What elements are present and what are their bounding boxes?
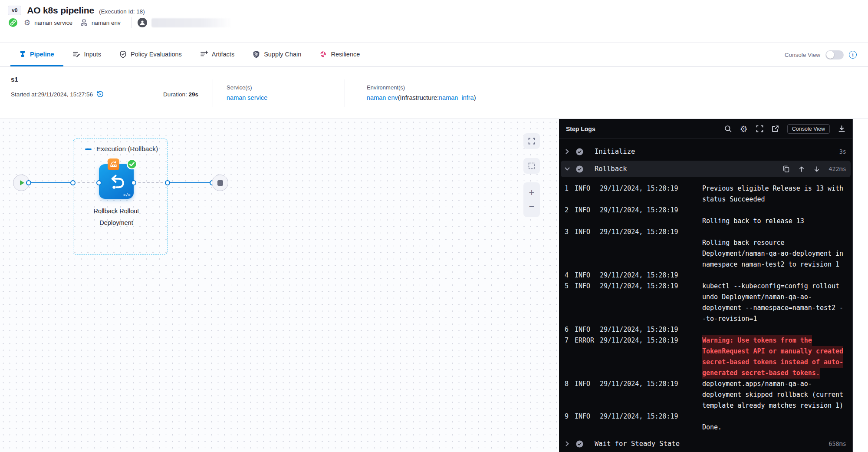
log-timestamp [600,259,696,270]
stage-name: s1 [11,76,18,83]
log-line-number [562,303,569,313]
step-logs-panel: Step Logs ⚙ Console View [559,119,853,452]
log-section-wait-for-steady-state[interactable]: Wait for Steady State 658ms [559,436,852,452]
log-line: 7 ERROR 29/11/2024, 15:28:19 Warning: Us… [559,335,852,346]
infra-suffix: ) [474,94,476,101]
rollback-step-node[interactable]: </> [99,164,134,199]
log-timestamp: 29/11/2024, 15:28:19 [600,183,696,194]
step-success-icon [576,440,583,448]
stage-bar: s1 Started at: 29/11/2024, 15:27:56 Dura… [0,67,868,119]
collapse-minus-icon[interactable] [85,148,92,150]
stage-divider [345,79,345,107]
log-message: undo Deployment/naman-qa-ao- [702,292,812,303]
header-service-name[interactable]: naman service [34,20,72,26]
copy-logs-icon[interactable] [783,165,789,172]
log-timestamp: 29/11/2024, 15:28:19 [600,379,696,389]
log-line-number [562,194,569,205]
stop-icon [217,180,223,186]
artifacts-icon [200,50,208,58]
log-message: deployment --namespace=naman-test2 - [702,303,843,313]
log-line-number [562,313,569,324]
download-logs-icon[interactable] [838,125,845,132]
chevron-right-icon[interactable] [564,441,570,447]
log-line: 8 INFO 29/11/2024, 15:28:19 deployment.a… [559,379,852,389]
rerun-history-icon[interactable] [96,90,104,98]
tab-pipeline[interactable]: Pipeline [10,43,63,66]
duration-value: 29s [189,91,199,98]
log-level: INFO [575,227,596,238]
log-timestamp [600,400,696,411]
fullscreen-icon [528,138,535,145]
step-success-icon [576,165,583,173]
log-line: status Succeeded [559,194,852,205]
log-timestamp [600,357,696,368]
chevron-down-icon[interactable] [564,166,570,172]
log-line-number [562,368,569,379]
log-level: ERROR [575,335,596,346]
log-line: 1 INFO 29/11/2024, 15:28:19 Previous eli… [559,183,852,194]
environments-label: Environment(s) [367,84,476,91]
log-level [575,238,596,248]
log-line-number [562,357,569,368]
pipeline-canvas[interactable]: Execution (Rollback) </> [0,119,559,452]
canvas-select-button[interactable] [523,158,540,174]
chevron-right-icon[interactable] [564,148,570,155]
log-line: generated secret-based tokens. [559,368,852,379]
environment-link[interactable]: naman env [367,94,398,101]
tab-policy-evaluations[interactable]: Policy Evaluations [110,43,191,66]
info-icon[interactable]: i [849,51,857,59]
console-view-toggle[interactable] [825,50,844,59]
log-level [575,389,596,400]
scroll-up-icon[interactable] [799,166,805,172]
log-line-number: 9 [562,411,569,422]
canvas-fit-view-button[interactable] [523,133,540,149]
log-message: generated secret-based tokens. [702,368,820,379]
started-at: Started at: 29/11/2024, 15:27:56 [11,90,104,98]
log-level: INFO [575,205,596,216]
log-level [575,303,596,313]
log-timestamp [600,303,696,313]
tab-inputs[interactable]: Inputs [63,43,111,66]
log-message: Deployment/naman-qa-ao-deployment in [702,248,843,259]
expand-fullscreen-icon[interactable] [756,125,763,132]
header-divider [131,17,132,28]
avatar[interactable] [138,18,147,27]
log-settings-gear-icon[interactable]: ⚙ [740,125,748,133]
infrastructure-link[interactable]: naman_infra [439,94,474,101]
zoom-out-button[interactable]: − [529,202,535,211]
log-message: template already matches revision 1) [702,400,843,411]
section-title: Initialize [595,148,635,155]
open-in-new-icon[interactable] [772,125,779,132]
infra-prefix: (Infrastructure: [398,94,439,101]
log-level: INFO [575,183,596,194]
search-icon[interactable] [724,125,732,132]
log-timestamp [600,346,696,357]
console-view-button[interactable]: Console View [787,124,830,134]
log-message: Previous eligible Release is 13 with [702,183,843,194]
tab-artifacts[interactable]: Artifacts [191,43,243,66]
log-message: TokenRequest API or manually created [702,346,843,357]
log-section-rollback[interactable]: Rollback 422ms [561,161,851,177]
zoom-in-button[interactable]: + [529,188,535,198]
tab-resilience[interactable]: Resilience [310,43,369,66]
log-line: Done. [559,422,852,433]
log-level [575,313,596,324]
services-column: Service(s) naman service [227,84,267,101]
scroll-down-icon[interactable] [814,166,820,172]
log-level [575,422,596,433]
log-line: 4 INFO 29/11/2024, 15:28:19 [559,270,852,281]
log-line-number [562,248,569,259]
log-section-initialize[interactable]: Initialize 3s [559,143,852,160]
tab-supply-chain[interactable]: Supply Chain [243,43,310,66]
services-label: Service(s) [227,84,267,91]
log-timestamp [600,216,696,227]
step-logs-title: Step Logs [566,125,595,132]
service-link[interactable]: naman service [227,94,267,101]
title-row: v0 AO k8s pipeline (Execution Id: 18) [8,3,145,17]
log-line-number: 5 [562,281,569,292]
section-duration: 422ms [829,165,846,172]
log-message: deployment skipped rollback (current [702,389,843,400]
service-gear-icon[interactable]: ⚙ [24,19,30,26]
header-environment-name[interactable]: naman env [92,20,121,26]
log-line-number: 6 [562,324,569,335]
